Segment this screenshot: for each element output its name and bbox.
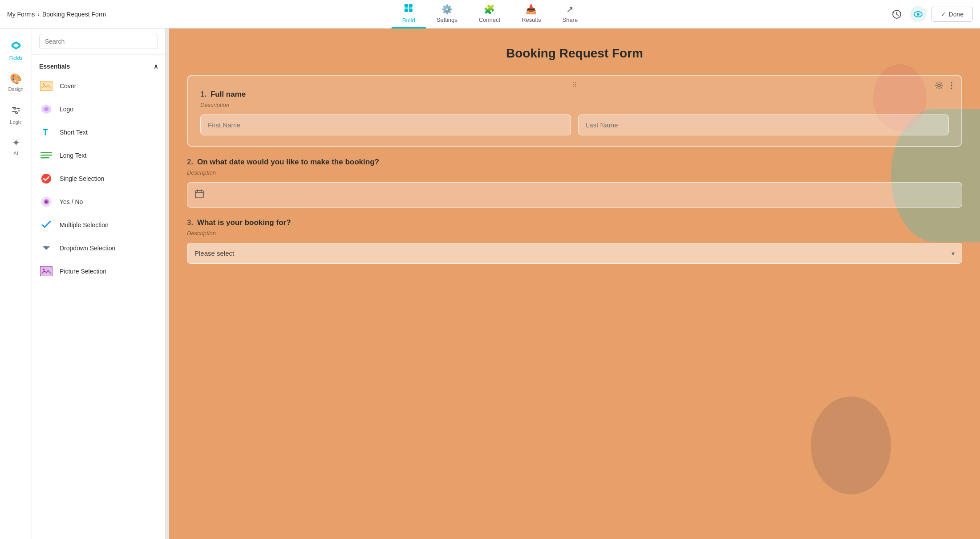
sidebar-item-fields[interactable]: Fields bbox=[3, 36, 29, 65]
question-2-block: 2. On what date would you like to make t… bbox=[187, 158, 962, 208]
question-3-num: 3. bbox=[187, 218, 193, 227]
sidebar-item-ai[interactable]: ✦ AI bbox=[3, 133, 29, 160]
tab-settings-label: Settings bbox=[437, 16, 458, 23]
fields-icon bbox=[11, 40, 21, 53]
svg-rect-2 bbox=[405, 8, 408, 12]
svg-rect-21 bbox=[40, 266, 53, 276]
deco-brown bbox=[811, 396, 891, 494]
svg-marker-20 bbox=[43, 246, 50, 250]
picture-selection-label: Picture Selection bbox=[60, 268, 106, 275]
svg-point-25 bbox=[951, 82, 952, 84]
connect-icon: 🧩 bbox=[484, 4, 495, 15]
breadcrumb-parent[interactable]: My Forms bbox=[7, 11, 35, 18]
more-button[interactable] bbox=[947, 81, 956, 90]
multiple-selection-icon bbox=[39, 218, 53, 232]
question-2-label: 2. On what date would you like to make t… bbox=[187, 158, 962, 167]
svg-rect-0 bbox=[405, 4, 408, 8]
dropdown-arrow-icon: ▾ bbox=[952, 250, 955, 257]
form-title: Booking Request Form bbox=[187, 46, 962, 61]
settings-button[interactable] bbox=[935, 81, 944, 90]
drag-handle[interactable]: ⠿ bbox=[572, 81, 577, 90]
nav-right: ✓ Done bbox=[889, 6, 973, 22]
svg-rect-1 bbox=[409, 4, 413, 8]
svg-text:T: T bbox=[43, 127, 48, 137]
question-3-text: What is your booking for? bbox=[197, 218, 291, 227]
sidebar-item-logic[interactable]: Logic bbox=[3, 100, 29, 129]
field-item-logo[interactable]: Logo bbox=[32, 98, 165, 121]
settings-icon: ⚙️ bbox=[441, 4, 453, 15]
field-item-long-text[interactable]: Long Text bbox=[32, 144, 165, 167]
tab-share[interactable]: ↗ Share bbox=[551, 0, 588, 28]
field-item-dropdown[interactable]: Dropdown Selection bbox=[32, 237, 165, 260]
search-input[interactable] bbox=[39, 34, 158, 49]
card-actions bbox=[935, 81, 956, 90]
svg-rect-28 bbox=[195, 191, 203, 198]
sidebar-item-design-label: Design bbox=[8, 86, 23, 92]
svg-point-16 bbox=[41, 174, 51, 184]
tab-results[interactable]: 📥 Results bbox=[511, 0, 551, 28]
field-item-short-text[interactable]: T Short Text bbox=[32, 121, 165, 144]
tab-build-label: Build bbox=[402, 17, 415, 24]
nav-tabs: Build ⚙️ Settings 🧩 Connect 📥 Results ↗ … bbox=[392, 0, 588, 29]
field-item-cover[interactable]: Cover bbox=[32, 74, 165, 98]
long-text-label: Long Text bbox=[60, 152, 86, 159]
essentials-section-header[interactable]: Essentials ∧ bbox=[32, 58, 165, 74]
preview-button[interactable] bbox=[910, 6, 926, 22]
field-item-multiple-selection[interactable]: Multiple Selection bbox=[32, 213, 165, 237]
field-item-single-selection[interactable]: Single Selection bbox=[32, 167, 165, 190]
top-nav: My Forms › Booking Request Form Build ⚙️… bbox=[0, 0, 980, 29]
history-button[interactable] bbox=[889, 6, 905, 22]
first-name-input[interactable] bbox=[200, 114, 571, 135]
breadcrumb-separator: › bbox=[37, 11, 40, 18]
tab-share-label: Share bbox=[562, 16, 578, 23]
svg-rect-14 bbox=[40, 155, 52, 156]
last-name-input[interactable] bbox=[578, 114, 949, 135]
share-icon: ↗ bbox=[566, 4, 574, 15]
svg-point-27 bbox=[951, 88, 952, 89]
question-1-label: 1. Full name bbox=[200, 90, 949, 99]
essentials-label: Essentials bbox=[39, 63, 70, 70]
question-1-card: ⠿ 1. Full name Description bbox=[187, 75, 962, 147]
dropdown-icon bbox=[39, 241, 53, 255]
fields-list: Essentials ∧ Cover Logo T Short Text bbox=[32, 55, 165, 539]
name-fields bbox=[200, 114, 949, 135]
done-button[interactable]: ✓ Done bbox=[931, 7, 973, 22]
sidebar-icons: Fields 🎨 Design Logic ✦ AI bbox=[0, 29, 32, 539]
tab-settings[interactable]: ⚙️ Settings bbox=[426, 0, 468, 28]
long-text-icon bbox=[39, 148, 53, 163]
logic-icon bbox=[11, 104, 21, 118]
sidebar-item-design[interactable]: 🎨 Design bbox=[3, 69, 29, 96]
dropdown-select[interactable]: Please select ▾ bbox=[187, 243, 962, 264]
svg-rect-3 bbox=[409, 8, 413, 12]
yes-no-icon bbox=[39, 195, 53, 209]
multiple-selection-label: Multiple Selection bbox=[60, 221, 109, 229]
panel-divider[interactable] bbox=[166, 29, 169, 539]
breadcrumb-current: Booking Request Form bbox=[42, 11, 106, 18]
design-icon: 🎨 bbox=[10, 73, 22, 85]
field-item-yes-no[interactable]: Yes / No bbox=[32, 190, 165, 213]
fields-panel: Essentials ∧ Cover Logo T Short Text bbox=[32, 29, 166, 539]
svg-point-23 bbox=[43, 269, 45, 270]
tab-connect-label: Connect bbox=[479, 16, 500, 23]
collapse-icon: ∧ bbox=[154, 63, 158, 70]
svg-point-24 bbox=[938, 84, 940, 87]
question-2-text: On what date would you like to make the … bbox=[197, 158, 379, 166]
build-icon bbox=[404, 3, 413, 15]
ai-icon: ✦ bbox=[12, 137, 20, 149]
field-item-picture-selection[interactable]: Picture Selection bbox=[32, 260, 165, 283]
calendar-icon bbox=[194, 189, 204, 201]
tab-connect[interactable]: 🧩 Connect bbox=[468, 0, 511, 28]
date-input[interactable] bbox=[187, 182, 962, 208]
svg-point-11 bbox=[43, 83, 45, 85]
svg-point-6 bbox=[917, 13, 919, 16]
yes-no-label: Yes / No bbox=[60, 198, 83, 205]
svg-rect-15 bbox=[40, 157, 49, 159]
done-label: Done bbox=[949, 11, 964, 18]
tab-build[interactable]: Build bbox=[392, 0, 426, 29]
sidebar-item-fields-label: Fields bbox=[9, 55, 22, 61]
svg-point-26 bbox=[951, 85, 952, 86]
dropdown-placeholder: Please select bbox=[194, 249, 234, 257]
logo-label: Logo bbox=[60, 106, 73, 113]
logo-icon bbox=[39, 102, 53, 116]
short-text-label: Short Text bbox=[60, 129, 88, 136]
